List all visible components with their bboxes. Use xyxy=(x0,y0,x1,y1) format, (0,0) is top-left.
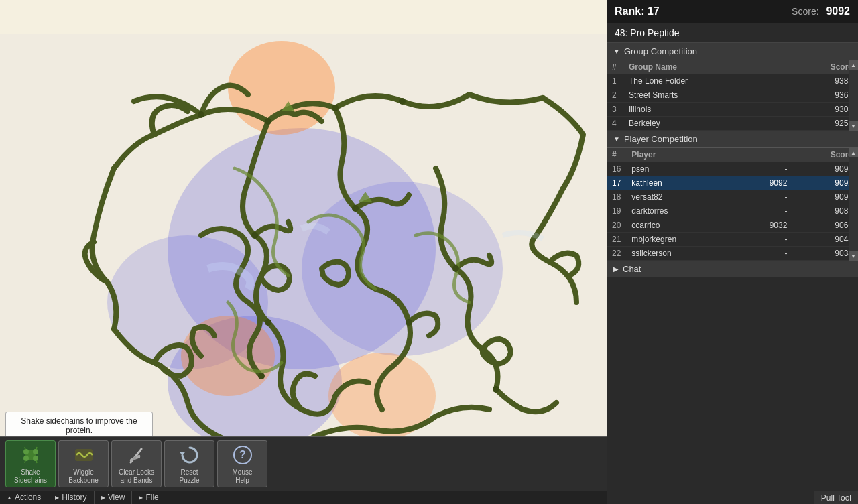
group-rank-cell: 4 xyxy=(607,117,623,131)
svg-point-16 xyxy=(452,265,459,272)
svg-point-14 xyxy=(265,319,271,326)
svg-rect-26 xyxy=(75,449,93,461)
file-arrow: ▶ xyxy=(139,495,143,501)
group-table-row: 2 Street Smarts 9367 xyxy=(607,88,858,103)
player-scrollbar[interactable]: ▲ ▼ xyxy=(849,148,858,261)
svg-point-17 xyxy=(493,386,499,393)
group-score-cell: 9303 xyxy=(782,103,858,117)
menu-view[interactable]: ▶ View xyxy=(95,491,133,504)
player-competition-header[interactable]: ▼ Player Competition xyxy=(607,131,858,148)
svg-point-8 xyxy=(198,111,204,118)
svg-point-15 xyxy=(406,319,412,326)
player-rank-cell: 22 xyxy=(607,247,626,261)
player-scroll-down[interactable]: ▼ xyxy=(849,251,858,261)
history-arrow: ▶ xyxy=(55,495,59,501)
group-scrollbar[interactable]: ▲ ▼ xyxy=(849,60,858,131)
menu-history[interactable]: ▶ History xyxy=(48,491,94,504)
group-scroll-up[interactable]: ▲ xyxy=(849,60,858,70)
player-table-row: 19 darktorres - 9081 xyxy=(607,204,858,218)
svg-point-22 xyxy=(23,449,29,454)
player-name-cell: sslickerson xyxy=(626,247,736,261)
view-arrow: ▶ xyxy=(101,495,105,501)
player-myscore-cell: - xyxy=(736,233,792,247)
score-display: Score: 9092 xyxy=(792,5,850,17)
clear-locks-bands-icon xyxy=(125,443,149,467)
svg-point-24 xyxy=(23,456,29,461)
group-competition-table: # Group Name Score 1 The Lone Folder 938… xyxy=(607,60,858,131)
player-name-cell: mbjorkegren xyxy=(626,233,736,247)
group-rank-cell: 3 xyxy=(607,103,623,117)
player-myscore-cell: 9032 xyxy=(736,218,792,233)
pull-tool-button[interactable]: Pull Tool xyxy=(814,491,858,504)
file-label: File xyxy=(145,493,158,502)
group-name-cell: The Lone Folder xyxy=(623,74,782,88)
rank-display: Rank: 17 xyxy=(615,5,660,17)
player-rank-cell: 20 xyxy=(607,218,626,233)
player-myscore-cell: - xyxy=(736,162,792,176)
header-bar: Rank: 17 Score: 9092 xyxy=(607,0,858,23)
player-competition-table-wrapper: # Player Score 16 psen - 9098 17 kathlee… xyxy=(607,148,858,261)
menu-file[interactable]: ▶ File xyxy=(132,491,166,504)
player-table-row: 22 sslickerson - 9038 xyxy=(607,247,858,261)
player-rank-cell: 21 xyxy=(607,233,626,247)
wiggle-backbone-button[interactable]: WiggleBackbone xyxy=(58,440,109,487)
player-scroll-up[interactable]: ▲ xyxy=(849,148,858,158)
actions-arrow: ▲ xyxy=(7,495,12,501)
wiggle-backbone-icon xyxy=(72,443,96,467)
svg-point-9 xyxy=(265,118,271,125)
shake-sidechains-button[interactable]: ShakeSidechains xyxy=(5,440,56,487)
menu-bar: ▲ Actions ▶ History ▶ View ▶ File xyxy=(0,491,607,504)
reset-puzzle-button[interactable]: ResetPuzzle xyxy=(164,440,214,487)
player-myscore-cell: - xyxy=(736,247,792,261)
mouse-help-label: MouseHelp xyxy=(232,468,252,485)
group-competition-arrow: ▼ xyxy=(613,48,620,55)
group-scroll-down[interactable]: ▼ xyxy=(849,121,858,131)
wiggle-backbone-label: WiggleBackbone xyxy=(68,468,98,485)
player-competition-arrow: ▼ xyxy=(613,135,620,143)
svg-marker-28 xyxy=(180,452,185,455)
group-score-cell: 9367 xyxy=(782,88,858,103)
svg-point-18 xyxy=(258,373,265,379)
group-table-row: 4 Berkeley 9255 xyxy=(607,117,858,131)
player-name-cell: psen xyxy=(626,162,736,176)
chat-title: Chat xyxy=(623,264,641,274)
group-table-row: 1 The Lone Folder 9388 xyxy=(607,74,858,88)
group-competition-title: Group Competition xyxy=(624,46,697,56)
player-table-row: 17 kathleen 9092 9092 xyxy=(607,176,858,190)
player-myscore-cell: 9092 xyxy=(736,176,792,190)
player-name-cell: darktorres xyxy=(626,204,736,218)
player-competition-title: Player Competition xyxy=(624,134,698,144)
group-competition-table-wrapper: # Group Name Score 1 The Lone Folder 938… xyxy=(607,60,858,131)
group-competition-section: ▼ Group Competition # Group Name Score 1… xyxy=(607,43,858,131)
player-rank-header: # xyxy=(607,148,626,162)
chat-section[interactable]: ▶ Chat xyxy=(607,261,858,277)
player-table-row: 21 mbjorkegren - 9048 xyxy=(607,233,858,247)
svg-text:?: ? xyxy=(239,449,246,460)
group-rank-cell: 2 xyxy=(607,88,623,103)
svg-point-13 xyxy=(352,205,359,212)
group-rank-header: # xyxy=(607,60,623,74)
chat-arrow: ▶ xyxy=(613,265,619,273)
mouse-help-button[interactable]: ? MouseHelp xyxy=(217,440,267,487)
svg-point-12 xyxy=(251,232,258,239)
mouse-help-icon: ? xyxy=(231,443,255,467)
group-competition-header[interactable]: ▼ Group Competition xyxy=(607,43,858,60)
shake-sidechains-label: ShakeSidechains xyxy=(14,468,47,485)
group-score-header: Score xyxy=(782,60,858,74)
player-name-cell: versat82 xyxy=(626,190,736,204)
pull-tool-label: Pull Tool xyxy=(821,493,851,503)
clear-locks-bands-label: Clear Locksand Bands xyxy=(119,468,154,485)
group-competition-content: # Group Name Score 1 The Lone Folder 938… xyxy=(607,60,858,131)
group-name-cell: Illinois xyxy=(623,103,782,117)
player-rank-cell: 19 xyxy=(607,204,626,218)
player-rank-cell: 18 xyxy=(607,190,626,204)
player-myscore-cell: - xyxy=(736,190,792,204)
player-table-row: 16 psen - 9098 xyxy=(607,162,858,176)
svg-point-10 xyxy=(332,105,339,111)
svg-point-23 xyxy=(33,449,38,454)
menu-actions[interactable]: ▲ Actions xyxy=(0,491,48,504)
clear-locks-bands-button[interactable]: Clear Locksand Bands xyxy=(111,440,162,487)
protein-viewport[interactable] xyxy=(0,0,607,504)
player-rank-cell: 17 xyxy=(607,176,626,190)
svg-point-11 xyxy=(399,98,406,105)
